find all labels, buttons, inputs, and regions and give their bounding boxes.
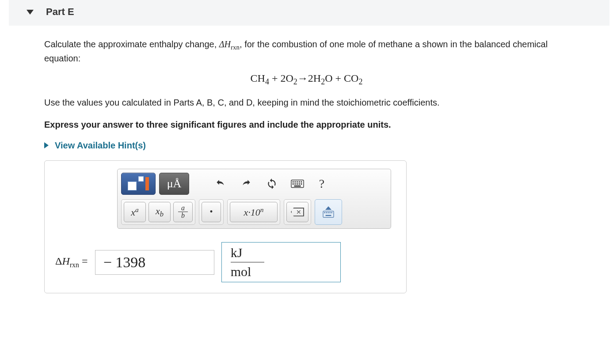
subscript-button[interactable]: xb: [148, 202, 171, 222]
keyboard-icon: [291, 179, 304, 189]
keyboard-button[interactable]: [286, 173, 308, 195]
redo-icon: [240, 178, 253, 190]
svg-rect-13: [324, 212, 325, 213]
help-button[interactable]: ?: [312, 173, 331, 195]
symbols-button[interactable]: μÅ: [159, 173, 189, 195]
value-input[interactable]: − 1398: [95, 250, 214, 275]
prompt-1: Calculate the approximate enthalpy chang…: [44, 38, 569, 64]
prompt-3: Express your answer to three significant…: [44, 118, 569, 131]
svg-rect-16: [329, 212, 330, 213]
delta-h-symbol: ΔHrxn: [219, 39, 240, 49]
redo-button[interactable]: [235, 173, 257, 195]
svg-rect-9: [299, 183, 300, 185]
chemical-equation: CH4 + 2O2→2H2O + CO2: [44, 72, 569, 87]
svg-rect-10: [301, 183, 302, 185]
units-input[interactable]: kJ mol: [221, 242, 341, 283]
superscript-button[interactable]: xa: [124, 202, 146, 222]
svg-rect-11: [294, 186, 301, 187]
chevron-right-icon: [44, 142, 49, 148]
backspace-button[interactable]: ✕: [286, 202, 308, 222]
multiply-group: •: [199, 199, 224, 225]
question-content: Calculate the approximate enthalpy chang…: [0, 38, 613, 302]
svg-rect-2: [294, 181, 296, 182]
dot-icon: •: [209, 207, 213, 217]
template-icon: [127, 176, 150, 191]
value-text: − 1398: [103, 254, 146, 270]
reset-button[interactable]: [261, 173, 283, 195]
collapse-keyboard-button[interactable]: [317, 202, 339, 222]
backspace-icon: ✕: [291, 208, 304, 216]
hints-toggle[interactable]: View Available Hint(s): [44, 140, 569, 151]
answer-editor: μÅ ?: [44, 160, 407, 294]
svg-rect-8: [297, 183, 298, 185]
prompt-2: Use the values you calculated in Parts A…: [44, 96, 569, 109]
close-keyboard-group: [315, 199, 342, 225]
svg-rect-15: [327, 212, 328, 213]
unit-numerator: kJ: [231, 245, 243, 260]
dot-operator-button[interactable]: •: [202, 202, 221, 222]
unit-denominator: mol: [231, 264, 251, 279]
svg-rect-12: [323, 211, 334, 217]
answer-row: ΔHrxn = − 1398 kJ mol: [55, 242, 396, 283]
undo-icon: [214, 178, 227, 190]
svg-rect-1: [293, 181, 294, 182]
scientific-group: x·10n: [227, 199, 280, 225]
triangle-up-icon: [325, 206, 331, 210]
svg-rect-5: [301, 181, 302, 182]
keyboard-small-icon: [323, 211, 334, 218]
svg-rect-14: [326, 212, 327, 213]
part-title: Part E: [46, 6, 74, 18]
superscript-icon: xa: [131, 206, 138, 218]
delete-group: ✕: [284, 199, 311, 225]
svg-rect-17: [331, 212, 332, 213]
subscript-icon: xb: [156, 205, 164, 219]
svg-rect-4: [299, 181, 300, 182]
svg-rect-18: [326, 215, 331, 216]
chevron-down-icon: [27, 10, 34, 15]
toolbar-row-1: μÅ ?: [121, 173, 387, 195]
svg-rect-7: [294, 183, 296, 185]
answer-lhs: ΔHrxn =: [55, 255, 88, 269]
svg-rect-6: [293, 183, 294, 185]
fraction-button[interactable]: ab: [173, 202, 193, 222]
question-mark-icon: ?: [319, 177, 324, 191]
hints-link-label: View Available Hint(s): [55, 140, 146, 151]
mu-a-label: μÅ: [167, 177, 182, 190]
part-header[interactable]: Part E: [9, 0, 609, 26]
sci-label: x·10n: [244, 206, 264, 218]
format-group: xa xb ab: [121, 199, 195, 225]
editor-toolbar: μÅ ?: [117, 169, 391, 229]
template-button[interactable]: [121, 173, 156, 195]
svg-rect-3: [297, 181, 298, 182]
prompt-1a: Calculate the approximate enthalpy chang…: [44, 39, 219, 49]
toolbar-row-2: xa xb ab • x·10n: [121, 199, 387, 225]
units-fraction: kJ mol: [231, 245, 266, 280]
undo-button[interactable]: [209, 173, 232, 195]
refresh-icon: [265, 178, 278, 190]
scientific-notation-button[interactable]: x·10n: [230, 202, 278, 222]
fraction-icon: ab: [178, 205, 188, 218]
